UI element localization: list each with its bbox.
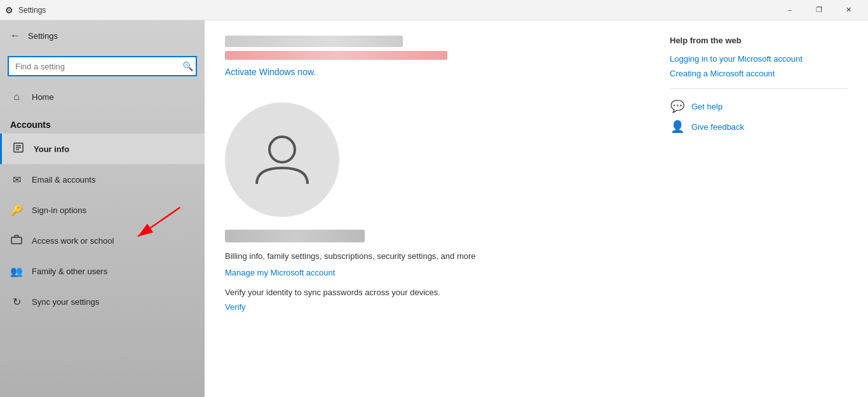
sidebar-item-home[interactable]: ⌂ Home	[0, 81, 205, 112]
window-controls: − ❐ ✕	[775, 0, 863, 20]
blurred-username	[225, 36, 403, 47]
family-users-label: Family & other users	[32, 267, 107, 276]
maximize-button[interactable]: ❐	[804, 0, 834, 20]
sidebar-item-your-info[interactable]: Your info	[0, 134, 205, 164]
avatar-section	[225, 102, 644, 217]
user-avatar-icon	[250, 127, 314, 193]
search-input[interactable]	[8, 56, 197, 76]
verify-identity-text: Verify your identity to sync passwords a…	[225, 288, 644, 297]
get-help-action[interactable]: 💬 Get help	[670, 99, 848, 113]
billing-info-text: Billing info, family settings, subscript…	[225, 250, 644, 263]
get-help-link[interactable]: Get help	[691, 102, 722, 111]
right-panel: Help from the web Logging in to your Mic…	[670, 36, 848, 382]
app-body: ← Settings 🔍 ⌂ Home Accounts Your info	[0, 20, 868, 397]
minimize-button[interactable]: −	[775, 0, 804, 20]
email-icon: ✉	[10, 174, 23, 186]
avatar	[225, 102, 339, 217]
svg-rect-6	[11, 237, 22, 244]
help-title: Help from the web	[670, 36, 848, 45]
give-feedback-link[interactable]: Give feedback	[691, 122, 744, 132]
person-icon	[12, 142, 25, 156]
sidebar-section-title: Accounts	[0, 112, 205, 134]
app-title: Settings	[28, 31, 58, 41]
activate-windows-link[interactable]: Activate Windows now.	[225, 67, 316, 77]
titlebar: ⚙ Settings − ❐ ✕	[0, 0, 868, 20]
sidebar: ← Settings 🔍 ⌂ Home Accounts Your info	[0, 20, 205, 397]
manage-account-link[interactable]: Manage my Microsoft account	[225, 268, 335, 277]
help-link-login[interactable]: Logging in to your Microsoft account	[670, 54, 848, 64]
give-feedback-icon: 👤	[670, 120, 685, 134]
verify-link[interactable]: Verify	[225, 302, 246, 312]
sync-settings-label: Sync your settings	[32, 297, 99, 307]
lock-icon: 🔑	[10, 204, 23, 216]
group-icon: 👥	[10, 265, 23, 277]
help-divider	[670, 88, 848, 89]
get-help-icon: 💬	[670, 99, 685, 113]
content-area: Activate Windows now. Billing info, fami…	[225, 36, 644, 382]
home-label: Home	[32, 92, 54, 102]
give-feedback-action[interactable]: 👤 Give feedback	[670, 120, 848, 134]
back-button[interactable]: ←	[10, 30, 20, 41]
sidebar-item-sync[interactable]: ↻ Sync your settings	[0, 286, 205, 317]
sync-icon: ↻	[10, 296, 23, 308]
your-info-label: Your info	[34, 144, 69, 154]
blurred-account-name	[225, 230, 365, 242]
search-box: 🔍	[8, 56, 197, 76]
settings-icon: ⚙	[5, 5, 13, 15]
email-accounts-label: Email & accounts	[32, 175, 95, 185]
help-link-create[interactable]: Creating a Microsoft account	[670, 69, 848, 78]
access-work-label: Access work or school	[32, 236, 114, 246]
titlebar-title: Settings	[18, 6, 775, 15]
blurred-user-detail	[225, 51, 447, 60]
main-content: Activate Windows now. Billing info, fami…	[205, 20, 868, 397]
sign-in-label: Sign-in options	[32, 205, 86, 215]
close-button[interactable]: ✕	[834, 0, 863, 20]
sidebar-item-email-accounts[interactable]: ✉ Email & accounts	[0, 164, 205, 195]
sidebar-item-access-work[interactable]: Access work or school	[0, 225, 205, 256]
svg-point-7	[269, 137, 295, 162]
briefcase-icon	[10, 233, 23, 247]
sidebar-header: ← Settings	[0, 20, 205, 51]
search-button[interactable]: 🔍	[182, 61, 193, 71]
sidebar-item-sign-in[interactable]: 🔑 Sign-in options	[0, 195, 205, 225]
sidebar-item-family[interactable]: 👥 Family & other users	[0, 256, 205, 286]
home-icon: ⌂	[10, 91, 23, 102]
